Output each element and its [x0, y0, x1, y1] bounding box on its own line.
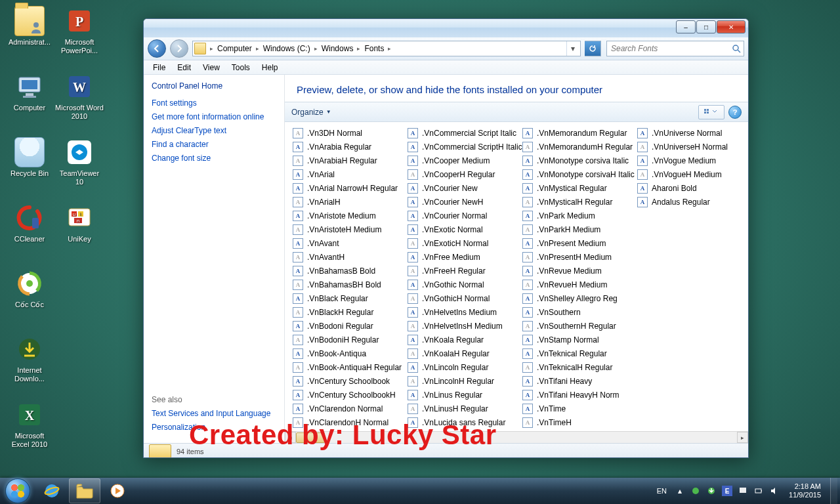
- tray-volume-icon[interactable]: [769, 486, 780, 496]
- refresh-button[interactable]: [585, 41, 601, 56]
- font-item[interactable]: A.VnArabia Regular: [293, 140, 408, 154]
- font-item[interactable]: A.VnMemorandum Regular: [522, 126, 637, 140]
- font-item[interactable]: A.VnCooper Medium: [408, 154, 522, 167]
- font-item[interactable]: A.VnBlack Regular: [293, 291, 408, 305]
- taskbar-wmp[interactable]: [102, 478, 133, 503]
- font-item[interactable]: A.VnFreeH Regular: [408, 264, 522, 278]
- desktop-icon-cc[interactable]: CCleaner: [5, 202, 54, 243]
- font-item[interactable]: A.VnCommercial Script Italic: [408, 126, 522, 140]
- font-item[interactable]: A.VnLincolnH Regular: [408, 374, 522, 388]
- desktop-icon-xls[interactable]: XMicrosoft Excel 2010: [5, 399, 54, 449]
- organize-button[interactable]: Organize ▼: [291, 108, 331, 117]
- search-box[interactable]: [606, 41, 744, 56]
- menu-edit[interactable]: Edit: [172, 62, 196, 74]
- font-item[interactable]: A.VnSouthernH Regular: [522, 319, 637, 333]
- breadcrumb-computer[interactable]: Computer: [215, 43, 255, 54]
- tray-power-icon[interactable]: [753, 486, 764, 496]
- font-item[interactable]: A.VnLinusH Regular: [408, 402, 522, 415]
- font-item[interactable]: A.VnGothic Normal: [408, 278, 522, 291]
- font-item[interactable]: A.VnKoala Regular: [408, 333, 522, 346]
- font-item[interactable]: A.VnLincoln Regular: [408, 360, 522, 374]
- font-item[interactable]: A.VnMonotype corsivaH Italic: [522, 167, 637, 181]
- font-item[interactable]: AAndalus Regular: [637, 195, 748, 209]
- show-desktop-button[interactable]: [830, 478, 837, 504]
- font-item[interactable]: A.VnCommercial ScriptH Italic: [408, 140, 522, 154]
- desktop-icon-tv[interactable]: TeamViewer 10: [55, 136, 104, 186]
- tray-network-icon[interactable]: [690, 486, 701, 496]
- chevron-down-icon[interactable]: ▾: [566, 41, 579, 56]
- minimize-button[interactable]: –: [676, 20, 696, 33]
- nav-forward-button[interactable]: [170, 39, 188, 58]
- font-item[interactable]: A.VnClarendon Normal: [293, 402, 408, 415]
- desktop-icon-uk[interactable]: uinUniKey: [55, 202, 104, 243]
- font-item[interactable]: AAharoni Bold: [637, 181, 748, 195]
- font-item[interactable]: A.VnBodoniH Regular: [293, 333, 408, 346]
- font-item[interactable]: A.VnVogue Medium: [637, 154, 748, 167]
- font-item[interactable]: A.VnParkH Medium: [522, 222, 637, 236]
- close-button[interactable]: ✕: [717, 20, 746, 33]
- clock[interactable]: 2:18 AM 11/9/2015: [785, 482, 825, 499]
- tray-chevron-icon[interactable]: ▴: [675, 486, 685, 496]
- maximize-button[interactable]: □: [696, 20, 716, 33]
- titlebar[interactable]: – □ ✕: [144, 19, 748, 37]
- tray-flag-icon[interactable]: [738, 486, 748, 496]
- desktop-icon-idm[interactable]: Internet Downlo...: [5, 333, 54, 383]
- sidebar-link-get-more[interactable]: Get more font information online: [152, 112, 276, 121]
- font-item[interactable]: A.VnMystical Regular: [522, 181, 637, 195]
- font-item[interactable]: A.VnMonotype corsiva Italic: [522, 154, 637, 167]
- menu-tools[interactable]: Tools: [226, 62, 255, 74]
- breadcrumb-drive[interactable]: Windows (C:): [261, 43, 313, 54]
- font-item[interactable]: A.VnExoticH Normal: [408, 236, 522, 250]
- font-item[interactable]: A.VnPresentH Medium: [522, 250, 637, 264]
- font-item[interactable]: A.VnStamp Normal: [522, 333, 637, 346]
- language-indicator[interactable]: EN: [654, 486, 669, 496]
- tray-unikey-icon[interactable]: E: [722, 486, 732, 496]
- sidebar-link-find-char[interactable]: Find a character: [152, 140, 276, 149]
- font-item[interactable]: A.VnUniverse Normal: [637, 126, 748, 140]
- font-item[interactable]: A.VnCourier New: [408, 181, 522, 195]
- font-item[interactable]: A.VnArabiaH Regular: [293, 154, 408, 167]
- font-item[interactable]: A.VnAvantH: [293, 250, 408, 264]
- desktop-icon-folder[interactable]: Administrat...: [5, 5, 54, 47]
- desktop-icon-ppt[interactable]: PMicrosoft PowerPoi...: [55, 5, 104, 55]
- font-item[interactable]: A.VnTeknical Regular: [522, 346, 637, 360]
- font-item[interactable]: A.VnFree Medium: [408, 250, 522, 264]
- font-item[interactable]: A.VnMysticalH Regular: [522, 195, 637, 209]
- font-item[interactable]: A.VnVogueH Medium: [637, 167, 748, 181]
- font-item[interactable]: A.VnTimeH: [522, 415, 637, 429]
- desktop-icon-bin[interactable]: Recycle Bin: [5, 136, 54, 178]
- font-item[interactable]: A.VnAristoteH Medium: [293, 222, 408, 236]
- font-item[interactable]: A.VnKoalaH Regular: [408, 346, 522, 360]
- address-bar[interactable]: ▸ Computer▸ Windows (C:)▸ Windows▸ Fonts…: [192, 41, 581, 56]
- font-item[interactable]: A.VnCentury SchoolbookH: [293, 388, 408, 402]
- font-item[interactable]: A.VnRevueH Medium: [522, 278, 637, 291]
- font-item[interactable]: A.VnArialH: [293, 195, 408, 209]
- view-mode-button[interactable]: [698, 105, 724, 119]
- font-item[interactable]: A.VnBahamasBH Bold: [293, 278, 408, 291]
- font-item[interactable]: A.VnBook-AntiquaH Regular: [293, 360, 408, 374]
- help-button[interactable]: ?: [728, 106, 742, 119]
- menu-help[interactable]: Help: [257, 62, 284, 74]
- font-item[interactable]: A.VnHelvetInsH Medium: [408, 319, 522, 333]
- font-item[interactable]: A.VnCourier Normal: [408, 209, 522, 222]
- desktop-icon-coc[interactable]: Cốc Cốc: [5, 268, 54, 309]
- font-item[interactable]: A.VnTifani HeavyH Norm: [522, 388, 637, 402]
- font-item[interactable]: A.VnAristote Medium: [293, 209, 408, 222]
- scroll-right-button[interactable]: ▸: [737, 432, 748, 443]
- font-item[interactable]: A.VnCooperH Regular: [408, 167, 522, 181]
- sidebar-home-link[interactable]: Control Panel Home: [152, 81, 276, 91]
- breadcrumb-windows[interactable]: Windows: [319, 43, 356, 54]
- nav-back-button[interactable]: [148, 39, 166, 58]
- taskbar-explorer[interactable]: [69, 478, 100, 503]
- start-button[interactable]: [0, 478, 35, 504]
- font-item[interactable]: A.VnCourier NewH: [408, 195, 522, 209]
- font-item[interactable]: A.VnTeknicalH Regular: [522, 360, 637, 374]
- font-item[interactable]: A.VnGothicH Normal: [408, 291, 522, 305]
- sidebar-link-font-size[interactable]: Change font size: [152, 154, 276, 163]
- font-item[interactable]: A.VnPark Medium: [522, 209, 637, 222]
- tray-idm-icon[interactable]: [706, 486, 717, 496]
- breadcrumb-fonts[interactable]: Fonts: [362, 43, 387, 54]
- menu-file[interactable]: File: [148, 62, 171, 74]
- font-item[interactable]: A.VnBook-Antiqua: [293, 346, 408, 360]
- font-item[interactable]: A.VnRevue Medium: [522, 264, 637, 278]
